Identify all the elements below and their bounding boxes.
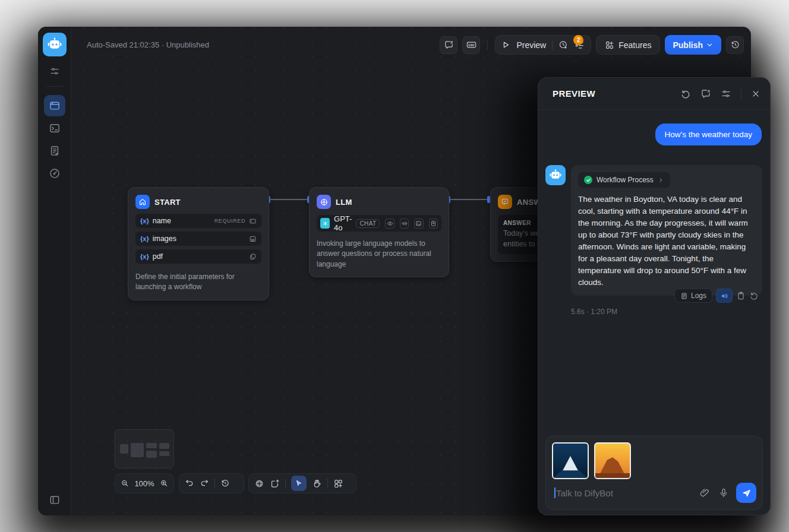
publish-button[interactable]: Publish — [665, 35, 721, 55]
orchestrate-icon — [49, 100, 61, 112]
refresh-icon — [749, 291, 759, 300]
bot-message-card: Workflow Process The weather in Boydton,… — [571, 165, 762, 296]
add-node-icon[interactable] — [254, 479, 264, 489]
start-variable-name[interactable]: {x} name REQUIRED — [135, 214, 261, 228]
copy-button[interactable] — [736, 291, 746, 300]
attach-file-icon[interactable] — [699, 487, 710, 498]
node-llm-header: LLM — [310, 188, 449, 214]
llm-model-selector[interactable]: GPT-4o CHAT — [317, 215, 441, 232]
sidebar — [38, 27, 71, 515]
variable-token: {x} — [140, 235, 149, 242]
divider — [285, 479, 286, 488]
speaker-icon — [720, 292, 729, 300]
logs-button[interactable]: Logs — [674, 289, 712, 303]
sidebar-item-orchestrate[interactable] — [44, 95, 65, 116]
collapse-sidebar-icon — [49, 494, 61, 506]
workflow-process-label: Workflow Process — [597, 176, 654, 184]
divider — [741, 89, 741, 99]
autosave-status: Auto-Saved 21:02:35 · Unpublished — [87, 40, 209, 49]
minimap-node — [146, 451, 157, 458]
compose-row — [554, 483, 756, 503]
send-button[interactable] — [736, 483, 756, 503]
sidebar-item-terminal[interactable] — [44, 118, 65, 139]
logs-icon — [49, 145, 61, 157]
variable-token: {x} — [140, 217, 149, 224]
workflow-process-toggle[interactable]: Workflow Process — [578, 172, 670, 188]
start-variable-images[interactable]: {x} images — [135, 232, 261, 246]
svg-text:ENV: ENV — [468, 43, 475, 47]
annotation-button[interactable] — [440, 36, 457, 54]
minimap-node — [146, 443, 157, 448]
zoom-level[interactable]: 100% — [134, 479, 154, 488]
features-button[interactable]: Features — [596, 35, 660, 55]
env-variables-button[interactable]: ENV — [462, 36, 480, 54]
chevron-down-icon — [706, 41, 714, 49]
minimap[interactable] — [115, 429, 174, 468]
undo-icon[interactable] — [185, 479, 194, 488]
redo-icon[interactable] — [200, 479, 209, 488]
divider — [487, 40, 488, 50]
message-meta: 5.6s · 1:20 PM — [571, 308, 762, 316]
zoom-in-icon[interactable] — [160, 479, 168, 488]
node-description: Define the initial parameters for launch… — [128, 267, 269, 300]
send-icon — [741, 488, 752, 498]
chevron-right-icon — [658, 177, 664, 183]
header-toolbar: ENV Preview — [440, 35, 744, 55]
model-name: GPT-4o — [334, 214, 352, 232]
variable-name: images — [153, 235, 245, 243]
zoom-toolbar: 100% — [115, 473, 174, 493]
add-note-icon[interactable] — [270, 479, 280, 489]
monitor-gauge-icon — [49, 167, 61, 179]
chat-input[interactable] — [556, 488, 699, 498]
run-history-icon[interactable] — [558, 40, 569, 50]
node-start[interactable]: START {x} name REQUIRED {x} images — [128, 187, 269, 300]
node-llm[interactable]: LLM GPT-4o CHAT — [309, 187, 449, 277]
zoom-out-icon[interactable] — [121, 479, 129, 488]
sidebar-item-monitoring[interactable] — [44, 163, 65, 184]
chat-x-icon[interactable] — [700, 88, 711, 99]
microphone-icon[interactable] — [718, 487, 729, 498]
start-variable-pdf[interactable]: {x} pdf — [135, 249, 261, 264]
sidebar-divider — [46, 86, 63, 87]
robot-icon — [47, 37, 62, 52]
home-icon — [135, 195, 150, 209]
chat-composer — [545, 436, 763, 510]
minimap-node — [131, 443, 144, 457]
required-badge: REQUIRED — [214, 218, 245, 224]
collapse-sidebar-button[interactable] — [49, 494, 61, 506]
preview-panel: PREVIEW How's the weather today — [538, 77, 771, 515]
conversation-settings-icon[interactable] — [721, 88, 731, 99]
success-check-icon — [584, 176, 592, 184]
edge-llm-to-answer — [450, 199, 489, 200]
pointer-tool-button[interactable] — [291, 476, 307, 491]
attachment-blue-mountain[interactable] — [552, 442, 589, 479]
app-robot-icon[interactable] — [43, 33, 67, 56]
minimap-node — [120, 444, 128, 454]
speak-aloud-button[interactable] — [716, 289, 733, 303]
logs-icon — [680, 292, 688, 300]
bot-message-row: Workflow Process The weather in Boydton,… — [545, 165, 762, 316]
close-icon[interactable] — [751, 89, 760, 99]
organize-nodes-icon[interactable] — [333, 479, 343, 489]
bot-message-text: The weather in Boydton, VA today is clea… — [578, 194, 755, 289]
text-caret — [554, 487, 556, 498]
version-history-button[interactable] — [726, 36, 744, 54]
workflow-settings-button[interactable] — [49, 66, 60, 77]
restart-conversation-icon[interactable] — [680, 88, 691, 99]
hand-tool-icon[interactable] — [312, 479, 322, 489]
node-start-header: START — [128, 188, 269, 214]
variable-token: {x} — [140, 253, 149, 260]
history-icon[interactable] — [220, 479, 230, 488]
preview-button[interactable]: Preview — [516, 40, 546, 50]
sliders-icon — [49, 66, 60, 77]
node-title: START — [154, 198, 181, 207]
cursor-icon — [295, 479, 303, 487]
regenerate-button[interactable] — [749, 291, 759, 300]
edit-toolbar — [248, 473, 356, 493]
sidebar-item-logs[interactable] — [44, 140, 65, 162]
gpt-4o-icon — [320, 218, 330, 229]
divider — [552, 40, 553, 50]
checklist-wrap[interactable]: 2 — [575, 40, 585, 50]
attachment-orange-mountain[interactable] — [594, 442, 631, 479]
clipboard-icon — [736, 291, 746, 300]
